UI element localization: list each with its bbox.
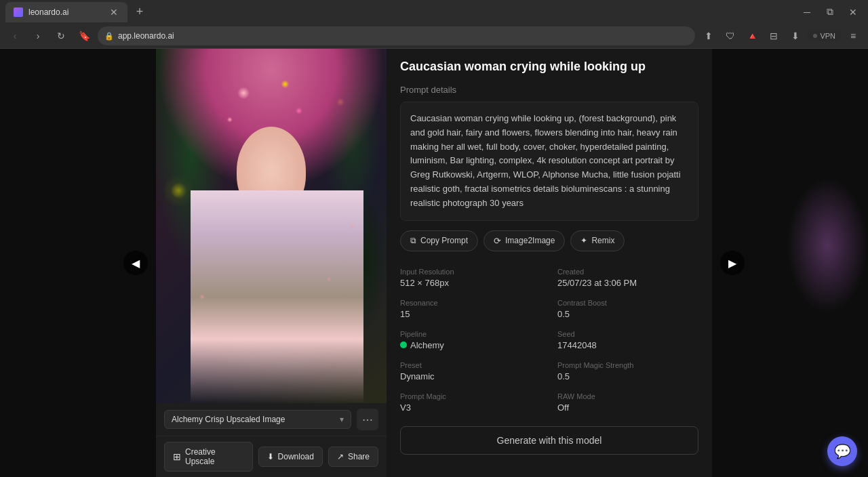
main-content: ◀ Alchemy Crisp Upscaled Image ▾ ⋯ ⊞ Cre… — [0, 49, 868, 477]
refresh-button[interactable]: ↻ — [52, 26, 71, 45]
share-nav-button[interactable]: ⬆ — [699, 26, 718, 45]
prompt-magic-strength-item: Prompt Magic Strength 0.5 — [557, 361, 698, 381]
url-text: app.leonardo.ai — [118, 31, 174, 41]
right-glow-decoration — [787, 178, 868, 313]
prompt-magic-label: Prompt Magic — [400, 392, 541, 400]
download-button[interactable]: ⬇ Download — [258, 447, 323, 467]
pipeline-value-text: Alchemy — [410, 340, 444, 350]
preset-label: Preset — [400, 361, 541, 369]
shield-nav-icon[interactable]: 🛡 — [721, 26, 740, 45]
prompt-magic-item: Prompt Magic V3 — [400, 392, 541, 413]
preset-value: Dynamic — [400, 371, 541, 381]
left-panel: ◀ — [0, 49, 156, 477]
prompt-actions: ⧉ Copy Prompt ⟳ Image2Image ✦ Remix — [400, 230, 698, 251]
maximize-button[interactable]: ⧉ — [821, 3, 840, 22]
vpn-badge[interactable]: VPN — [808, 30, 841, 41]
image-title: Caucasian woman crying while looking up — [400, 60, 698, 74]
address-bar[interactable]: 🔒 app.leonardo.ai — [98, 26, 695, 45]
extensions-button[interactable]: 🔺 — [743, 26, 762, 45]
prompt-details-label: Prompt details — [400, 85, 698, 95]
creative-upscale-button[interactable]: ⊞ Creative Upscale — [164, 442, 253, 472]
more-options-button[interactable]: ⋯ — [357, 409, 378, 430]
nav-bar: ‹ › ↻ 🔖 🔒 app.leonardo.ai ⬆ 🛡 🔺 ⊟ ⬇ VPN … — [0, 24, 868, 49]
resonance-item: Resonance 15 — [400, 299, 541, 319]
meta-grid: Input Resolution 512 × 768px Created 25/… — [400, 268, 698, 413]
resonance-value: 15 — [400, 309, 541, 319]
dropdown-chevron-icon: ▾ — [340, 415, 344, 424]
tab-bar: leonardo.ai ✕ + ─ ⧉ ✕ — [0, 0, 868, 24]
prompt-magic-strength-label: Prompt Magic Strength — [557, 361, 698, 369]
active-tab[interactable]: leonardo.ai ✕ — [5, 2, 127, 22]
prompt-magic-value: V3 — [400, 402, 541, 413]
tab-title: leonardo.ai — [28, 7, 68, 17]
creative-upscale-label: Creative Upscale — [185, 447, 244, 466]
pipeline-value: Alchemy — [400, 340, 541, 350]
remix-button[interactable]: ✦ Remix — [570, 230, 625, 251]
remix-label: Remix — [591, 236, 614, 245]
preset-item: Preset Dynamic — [400, 361, 541, 381]
input-resolution-item: Input Resolution 512 × 768px — [400, 268, 541, 288]
vpn-status-dot — [813, 34, 817, 38]
prompt-text-box: Caucasian woman crying while looking up,… — [400, 102, 698, 221]
tab-close-button[interactable]: ✕ — [108, 7, 119, 18]
created-item: Created 25/07/23 at 3:06 PM — [557, 268, 698, 288]
seed-value: 17442048 — [557, 340, 698, 350]
action-bar: ⊞ Creative Upscale ⬇ Download ↗ Share — [156, 436, 387, 477]
main-image — [156, 49, 387, 403]
contrast-boost-value: 0.5 — [557, 309, 698, 319]
generate-with-model-button[interactable]: Generate with this model — [400, 426, 698, 455]
download-icon: ⬇ — [267, 452, 274, 461]
character-body — [191, 190, 363, 403]
copy-prompt-label: Copy Prompt — [420, 236, 468, 245]
raw-mode-item: RAW Mode Off — [557, 392, 698, 413]
image2image-label: Image2Image — [505, 236, 555, 245]
pipeline-item: Pipeline Alchemy — [400, 330, 541, 350]
image-area: Alchemy Crisp Upscaled Image ▾ ⋯ ⊞ Creat… — [156, 49, 387, 477]
nav-extras: ⬆ 🛡 🔺 ⊟ ⬇ VPN ≡ — [699, 26, 863, 45]
contrast-boost-item: Contrast Boost 0.5 — [557, 299, 698, 319]
close-window-button[interactable]: ✕ — [844, 3, 863, 22]
chat-support-button[interactable]: 💬 — [827, 436, 857, 466]
resonance-label: Resonance — [400, 299, 541, 307]
created-label: Created — [557, 268, 698, 276]
raw-mode-value: Off — [557, 402, 698, 413]
image2image-button[interactable]: ⟳ Image2Image — [484, 230, 565, 251]
lock-icon: 🔒 — [104, 32, 114, 41]
input-resolution-label: Input Resolution — [400, 268, 541, 276]
prompt-magic-strength-value: 0.5 — [557, 371, 698, 381]
image2image-icon: ⟳ — [494, 236, 501, 246]
vpn-label: VPN — [820, 32, 835, 40]
contrast-boost-label: Contrast Boost — [557, 299, 698, 307]
input-resolution-value: 512 × 768px — [400, 278, 541, 288]
browser-chrome: leonardo.ai ✕ + ─ ⧉ ✕ ‹ › ↻ 🔖 🔒 app.leon… — [0, 0, 868, 49]
image-toolbar: Alchemy Crisp Upscaled Image ▾ ⋯ — [156, 403, 387, 436]
share-label: Share — [348, 452, 370, 461]
seed-item: Seed 17442048 — [557, 330, 698, 350]
details-panel: Caucasian woman crying while looking up … — [387, 49, 712, 477]
new-tab-button[interactable]: + — [130, 3, 149, 22]
image-style-dropdown[interactable]: Alchemy Crisp Upscaled Image ▾ — [164, 410, 351, 429]
pipeline-label: Pipeline — [400, 330, 541, 338]
image-style-label: Alchemy Crisp Upscaled Image — [172, 415, 285, 424]
sidebar-toggle-button[interactable]: ⊟ — [764, 26, 783, 45]
copy-prompt-icon: ⧉ — [410, 236, 416, 245]
share-button[interactable]: ↗ Share — [328, 447, 378, 467]
right-panel: ▶ — [712, 49, 868, 477]
downloads-button[interactable]: ⬇ — [786, 26, 805, 45]
minimize-button[interactable]: ─ — [797, 3, 816, 22]
tab-favicon — [14, 7, 23, 17]
bookmark-button[interactable]: 🔖 — [75, 26, 94, 45]
next-image-button[interactable]: ▶ — [720, 251, 745, 275]
remix-icon: ✦ — [580, 236, 587, 245]
seed-label: Seed — [557, 330, 698, 338]
forward-button[interactable]: › — [28, 26, 47, 45]
back-button[interactable]: ‹ — [5, 26, 24, 45]
prev-image-button[interactable]: ◀ — [123, 251, 148, 275]
created-value: 25/07/23 at 3:06 PM — [557, 278, 698, 288]
raw-mode-label: RAW Mode — [557, 392, 698, 400]
share-icon: ↗ — [337, 452, 344, 461]
alchemy-status-dot — [400, 341, 407, 348]
menu-button[interactable]: ≡ — [844, 26, 863, 45]
copy-prompt-button[interactable]: ⧉ Copy Prompt — [400, 230, 478, 251]
creative-upscale-icon: ⊞ — [173, 451, 181, 462]
